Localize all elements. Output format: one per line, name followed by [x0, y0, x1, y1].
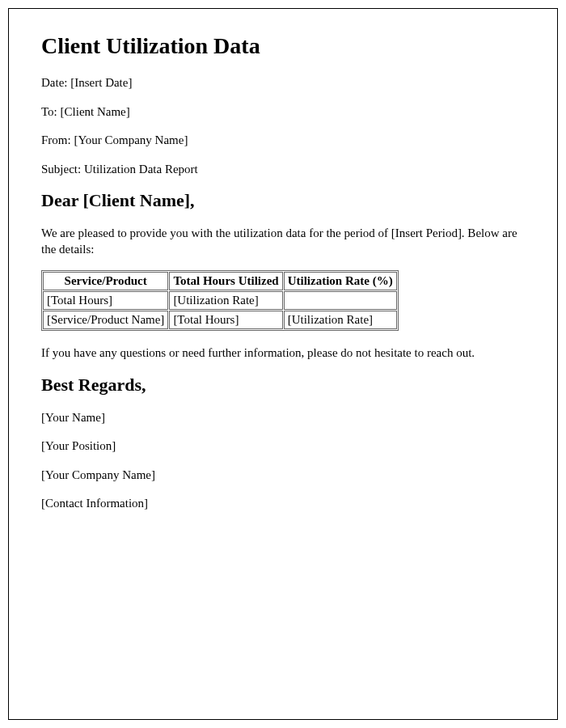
table-header-row: Service/Product Total Hours Utilized Uti…	[43, 272, 397, 290]
table-header-hours: Total Hours Utilized	[169, 272, 282, 290]
salutation: Dear [Client Name],	[41, 190, 525, 211]
document-container: Client Utilization Data Date: [Insert Da…	[8, 8, 558, 720]
from-value: [Your Company Name]	[74, 133, 188, 146]
from-line: From: [Your Company Name]	[41, 133, 525, 149]
date-line: Date: [Insert Date]	[41, 75, 525, 91]
signature-position: [Your Position]	[41, 438, 525, 455]
table-cell: [Total Hours]	[43, 291, 168, 310]
table-cell	[284, 291, 397, 310]
subject-value: Utilization Data Report	[84, 163, 198, 176]
date-label: Date:	[41, 76, 70, 89]
table-cell: [Service/Product Name]	[43, 311, 168, 329]
table-row: [Service/Product Name] [Total Hours] [Ut…	[43, 311, 397, 329]
from-label: From:	[41, 133, 74, 146]
date-value: [Insert Date]	[70, 76, 132, 89]
table-row: [Total Hours] [Utilization Rate]	[43, 291, 397, 310]
table-cell: [Utilization Rate]	[169, 291, 282, 310]
signature-company: [Your Company Name]	[41, 468, 525, 484]
signoff: Best Regards,	[41, 375, 525, 396]
subject-label: Subject:	[41, 163, 84, 176]
to-line: To: [Client Name]	[41, 104, 525, 121]
table-cell: [Total Hours]	[169, 311, 282, 329]
table-cell: [Utilization Rate]	[284, 311, 397, 329]
to-label: To:	[41, 105, 61, 118]
intro-paragraph: We are pleased to provide you with the u…	[41, 226, 525, 257]
utilization-table: Service/Product Total Hours Utilized Uti…	[41, 270, 399, 331]
signature-contact: [Contact Information]	[41, 496, 525, 512]
subject-line: Subject: Utilization Data Report	[41, 162, 525, 178]
to-value: [Client Name]	[61, 105, 130, 118]
table-header-service: Service/Product	[43, 272, 168, 290]
signature-name: [Your Name]	[41, 410, 525, 426]
page-title: Client Utilization Data	[41, 33, 525, 59]
table-header-rate: Utilization Rate (%)	[284, 272, 397, 290]
closing-paragraph: If you have any questions or need furthe…	[41, 345, 525, 362]
